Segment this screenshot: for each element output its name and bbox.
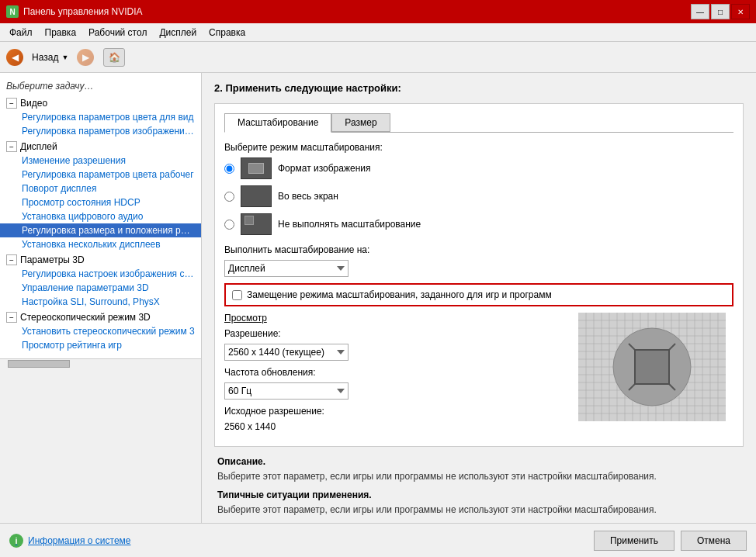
forward-arrow-icon[interactable]: ▶ [77,49,94,66]
tree-group-stereo[interactable]: − Стереоскопический режим 3D [0,310,201,324]
sidebar-prompt: Выберите задачу… [0,78,201,95]
override-label: Замещение режима масштабирования, заданн… [247,289,552,300]
apply-button[interactable]: Применить [594,531,675,551]
sidebar-item-audio[interactable]: Установка цифрового аудио [0,209,201,223]
app-icon: N [6,5,19,18]
resolution-label: Разрешение: [224,328,566,339]
tree-section-video: − Видео Регулировка параметров цвета для… [0,96,201,138]
scale-mode-radio-group: Формат изображения Во весь экран Не выпо… [224,157,733,235]
menu-edit[interactable]: Правка [39,26,83,40]
tree-section-3d: − Параметры 3D Регулировка настроек изоб… [0,253,201,309]
sidebar-item-3d-manage[interactable]: Управление параметрами 3D [0,281,201,295]
radio-fullscreen[interactable] [224,192,234,202]
home-icon: 🏠 [109,52,120,63]
scale-on-row: Выполнить масштабирование на: Дисплей ГП… [224,244,733,277]
back-arrow-icon: ◀ [6,49,23,66]
radio-row-noscale: Не выполнять масштабирование [224,213,733,235]
scale-mode-fullscreen-label: Во весь экран [278,191,338,202]
format-icon [241,157,272,179]
menu-desktop[interactable]: Рабочий стол [82,26,153,40]
sidebar-item-video-color[interactable]: Регулировка параметров цвета для вид [0,110,201,124]
sidebar: Выберите задачу… − Видео Регулировка пар… [0,73,202,358]
sidebar-item-3d-image[interactable]: Регулировка настроек изображения с пр [0,267,201,281]
window-title: Панель управления NVIDIA [23,6,143,17]
titlebar-left: N Панель управления NVIDIA [6,5,143,18]
source-res-value: 2560 x 1440 [224,421,566,432]
tree-group-video[interactable]: − Видео [0,96,201,110]
source-res-row: Исходное разрешение: 2560 x 1440 [224,406,566,432]
sidebar-item-stereo-setup[interactable]: Установить стереоскопический режим 3 [0,324,201,338]
grid-preview [578,313,726,421]
sidebar-item-sli-surround[interactable]: Настройка SLI, Surround, PhysX [0,295,201,309]
scale-mode-format-label: Формат изображения [278,163,370,174]
scale-on-label: Выполнить масштабирование на: [224,244,733,255]
expand-stereo-icon: − [6,312,17,323]
scale-on-dropdown[interactable]: Дисплей ГП Монитор [224,260,349,277]
bottom-buttons: Применить Отмена [594,531,747,551]
close-button[interactable]: ✕ [731,4,750,19]
radio-format[interactable] [224,164,234,174]
menu-display[interactable]: Дисплей [153,26,203,40]
minimize-button[interactable]: — [691,4,709,19]
scale-mode-label: Выберите режим масштабирования: [224,142,733,153]
menu-file[interactable]: Файл [3,26,39,40]
system-info-label: Информация о системе [28,535,130,546]
tree-group-display[interactable]: − Дисплей [0,140,201,154]
tree-group-3d-label: Параметры 3D [20,254,85,265]
sidebar-item-multi-display[interactable]: Установка нескольких дисплеев [0,237,201,251]
typical-title: Типичные ситуации применения. [217,490,740,500]
home-button[interactable]: 🏠 [103,48,125,67]
tab-scaling[interactable]: Масштабирование [224,113,331,133]
sidebar-horizontal-scrollbar[interactable] [0,358,201,368]
resolution-dropdown[interactable]: 2560 x 1440 (текущее) 1920 x 1080 1280 x… [224,344,349,361]
tree-section-display: − Дисплей Изменение разрешения Регулиров… [0,140,201,251]
sidebar-item-rotate[interactable]: Поворот дисплея [0,182,201,195]
radio-row-fullscreen: Во весь экран [224,185,733,207]
main-layout: Выберите задачу… − Видео Регулировка пар… [0,73,756,523]
bottom-bar: i Информация о системе Применить Отмена [0,523,756,557]
sidebar-item-game-rating[interactable]: Просмотр рейтинга игр [0,338,201,352]
override-checkbox-container: Замещение режима масштабирования, заданн… [224,283,733,306]
svg-rect-34 [635,350,669,384]
settings-panel: Масштабирование Размер Выберите режим ма… [214,103,744,447]
preview-section: Просмотр Разрешение: 2560 x 1440 (текуще… [224,313,733,437]
radio-noscale[interactable] [224,220,234,230]
sidebar-item-hdcp[interactable]: Просмотр состояния HDCP [0,195,201,209]
sidebar-item-size-position[interactable]: Регулировка размера и положения рабо [0,223,201,237]
sidebar-item-change-resolution[interactable]: Изменение разрешения [0,154,201,168]
override-checkbox[interactable] [232,290,242,300]
sidebar-scroll-thumb[interactable] [8,360,70,368]
maximize-button[interactable]: □ [711,4,730,19]
scale-mode-noscale-label: Не выполнять масштабирование [278,219,421,230]
menubar: Файл Правка Рабочий стол Дисплей Справка [0,23,756,42]
tree-group-display-label: Дисплей [20,141,57,152]
system-info-link[interactable]: i Информация о системе [9,534,130,548]
content-area: 2. Применить следующие настройки: Масшта… [202,73,756,523]
section-title: 2. Применить следующие настройки: [214,82,744,94]
source-res-label: Исходное разрешение: [224,406,566,417]
format-icon-inner [248,163,264,174]
tree-group-stereo-label: Стереоскопический режим 3D [20,312,151,323]
sidebar-item-video-image[interactable]: Регулировка параметров изображения д [0,124,201,138]
sidebar-item-color-desktop[interactable]: Регулировка параметров цвета рабочег [0,168,201,182]
expand-display-icon: − [6,141,17,152]
toolbar: ◀ Назад ▼ ▶ 🏠 [0,42,756,73]
back-label: Назад [32,52,58,63]
titlebar: N Панель управления NVIDIA — □ ✕ [0,0,756,23]
expand-video-icon: − [6,98,17,109]
refresh-dropdown[interactable]: 60 Гц 30 Гц [224,382,349,400]
fullscreen-icon [241,185,272,207]
menu-help[interactable]: Справка [203,26,251,40]
back-button[interactable]: Назад ▼ [26,48,74,67]
tab-size[interactable]: Размер [331,113,390,132]
radio-row-format: Формат изображения [224,157,733,179]
preview-left: Просмотр Разрешение: 2560 x 1440 (текуще… [224,313,566,437]
tree-group-3d[interactable]: − Параметры 3D [0,253,201,267]
sidebar-wrapper: Выберите задачу… − Видео Регулировка пар… [0,73,202,523]
back-dropdown-icon: ▼ [61,54,68,61]
resolution-row: Разрешение: 2560 x 1440 (текущее) 1920 x… [224,328,566,361]
titlebar-buttons: — □ ✕ [691,4,750,19]
preview-title: Просмотр [224,313,566,323]
cancel-button[interactable]: Отмена [681,531,747,551]
description-title: Описание. [217,456,740,467]
